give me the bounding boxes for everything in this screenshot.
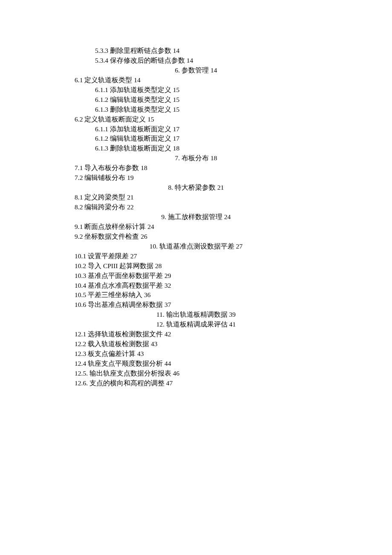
toc-entry-page: 37 [164, 301, 171, 308]
toc-entry-page: 47 [166, 379, 173, 387]
toc-entry-page: 18 [173, 145, 180, 152]
toc-entry-page: 28 [155, 262, 162, 269]
toc-entry: 6.1.3 删除轨道板断面定义 18 [95, 144, 317, 153]
toc-entry-number: 7.1 [75, 164, 83, 171]
toc-entry-title: 基准点水准高程数据平差 [88, 282, 163, 289]
toc-entry-title: 基准点平面坐标数据平差 [88, 272, 163, 279]
toc-entry: 12.2 载入轨道板检测数据 43 [75, 339, 317, 349]
toc-entry-number: 12.4 [75, 360, 86, 367]
toc-entry-number: 6.1.1 [95, 125, 108, 133]
toc-entry-title: 编辑轨道板断面定义 [110, 135, 171, 142]
toc-entry-number: 12.3 [75, 350, 86, 357]
toc-entry: 6.1 定义轨道板类型 14 [75, 75, 317, 85]
toc-entry-number: 10.3 [75, 272, 86, 279]
toc-entry-title: 输出轨座支点数据分析报表 [89, 370, 171, 377]
toc-entry-number: 7.2 [75, 174, 83, 181]
toc-entry-title: 导出基准点精调坐标数据 [88, 301, 163, 308]
toc-entry-title: 参数管理 [182, 66, 209, 74]
toc-entry: 6.1.2 编辑轨道板类型定义 15 [95, 95, 317, 105]
toc-entry-page: 27 [130, 252, 137, 260]
toc-entry-title: 定义轨道板类型 [84, 76, 132, 84]
toc-entry-number: 6. [175, 66, 180, 74]
toc-entry-page: 14 [134, 76, 141, 84]
toc-entry: 10.1 设置平差限差 27 [75, 251, 317, 261]
toc-entry-page: 42 [164, 330, 171, 338]
toc-entry: 8.1 定义跨梁类型 21 [75, 193, 317, 202]
toc-entry: 10. 轨道基准点测设数据平差 27 [75, 242, 317, 251]
toc-entry: 11. 输出轨道板精调数据 39 [75, 310, 317, 320]
toc-entry-title: 定义轨道板断面定义 [84, 116, 146, 123]
toc-entry-title: 删除轨道板断面定义 [110, 145, 171, 152]
toc-entry-number: 10.6 [75, 301, 86, 308]
toc-entry-title: 删除里程断链点参数 [110, 47, 171, 54]
toc-entry-page: 17 [173, 135, 180, 142]
toc-entry-page: 15 [173, 86, 180, 93]
toc-entry-page: 15 [173, 96, 180, 103]
toc-entry-page: 18 [141, 164, 147, 171]
toc-entry-page: 19 [127, 174, 134, 181]
toc-entry-page: 32 [164, 282, 171, 289]
toc-entry: 6.1.1 添加轨道板断面定义 17 [95, 124, 317, 134]
toc-entry-number: 8. [168, 184, 173, 191]
toc-entry-title: 轨座支点平顺度数据分析 [88, 360, 163, 367]
toc-entry-title: 轨道板精调成果评估 [166, 321, 228, 328]
toc-entry-number: 6.1.2 [95, 135, 108, 142]
toc-entry: 10.3 基准点平面坐标数据平差 29 [75, 271, 317, 281]
toc-entry-number: 10.5 [75, 291, 86, 298]
toc-entry-title: 删除轨道板类型定义 [110, 106, 171, 113]
toc-entry-title: 支点的横向和高程的调整 [89, 379, 164, 387]
toc-entry-number: 12.1 [75, 330, 86, 338]
toc-entry-page: 43 [137, 350, 144, 357]
toc-entry: 7. 布板分布 18 [75, 153, 317, 163]
toc-entry-number: 12.5. [75, 370, 88, 377]
toc-entry: 10.5 平差三维坐标纳入 36 [75, 290, 317, 300]
toc-entry: 12.5. 输出轨座支点数据分析报表 46 [75, 369, 317, 379]
toc-entry-number: 12.6. [75, 379, 88, 387]
toc-entry: 6. 参数管理 14 [75, 66, 317, 75]
toc-entry-page: 22 [127, 203, 134, 211]
toc-entry: 7.1 导入布板分布参数 18 [75, 163, 317, 173]
toc-entry-page: 39 [229, 311, 236, 318]
toc-entry-title: 导入 CPIII 起算网数据 [88, 262, 153, 269]
toc-entry-number: 9.2 [75, 233, 83, 240]
toc-entry-title: 添加轨道板类型定义 [110, 86, 171, 93]
toc-entry-number: 10.4 [75, 282, 86, 289]
toc-entry: 10.6 导出基准点精调坐标数据 37 [75, 300, 317, 310]
toc-entry-title: 施工放样数据管理 [168, 213, 222, 220]
toc-entry-title: 编辑铺板分布 [84, 174, 125, 181]
toc-entry-title: 板支点偏差计算 [88, 350, 135, 357]
toc-entry-title: 选择轨道板检测数据文件 [88, 330, 163, 338]
toc-entry-title: 断面点放样坐标计算 [84, 223, 146, 230]
toc-entry: 12.1 选择轨道板检测数据文件 42 [75, 330, 317, 339]
toc-entry-page: 46 [173, 370, 180, 377]
toc-entry: 7.2 编辑铺板分布 19 [75, 173, 317, 183]
toc-entry: 8.2 编辑跨梁分布 22 [75, 202, 317, 212]
toc-entry-number: 5.3.4 [95, 57, 108, 64]
toc-entry-number: 10.1 [75, 252, 86, 260]
toc-entry-page: 17 [173, 125, 180, 133]
toc-entry-title: 布板分布 [182, 154, 209, 162]
document-page: 5.3.3 删除里程断链点参数 145.3.4 保存修改后的断链点参数 146.… [0, 0, 392, 388]
toc-entry: 5.3.3 删除里程断链点参数 14 [95, 46, 317, 56]
toc-entry: 9.2 坐标数据文件检查 26 [75, 232, 317, 242]
toc-entry-number: 9. [161, 213, 167, 220]
toc-entry-page: 24 [224, 213, 231, 220]
toc-entry-title: 导入布板分布参数 [84, 164, 139, 171]
toc-entry-title: 平差三维坐标纳入 [88, 291, 142, 298]
toc-entry: 6.1.3 删除轨道板类型定义 15 [95, 105, 317, 115]
toc-entry-number: 8.1 [75, 194, 83, 201]
toc-entry-page: 14 [173, 47, 180, 54]
toc-entry-number: 6.1 [75, 76, 83, 84]
toc-entry-page: 24 [147, 223, 154, 230]
toc-entry-title: 轨道基准点测设数据平差 [159, 243, 234, 250]
toc-entry: 12.4 轨座支点平顺度数据分析 44 [75, 359, 317, 369]
toc-entry-number: 5.3.3 [95, 47, 108, 54]
toc-entry: 12.6. 支点的横向和高程的调整 47 [75, 379, 317, 388]
toc-entry: 5.3.4 保存修改后的断链点参数 14 [95, 56, 317, 66]
toc-entry-page: 26 [141, 233, 147, 240]
toc-entry-page: 15 [173, 106, 180, 113]
toc-entry-page: 27 [236, 243, 243, 250]
toc-entry-page: 14 [187, 57, 193, 64]
toc-entry-title: 编辑跨梁分布 [84, 203, 125, 211]
toc-entry: 6.2 定义轨道板断面定义 15 [75, 115, 317, 124]
